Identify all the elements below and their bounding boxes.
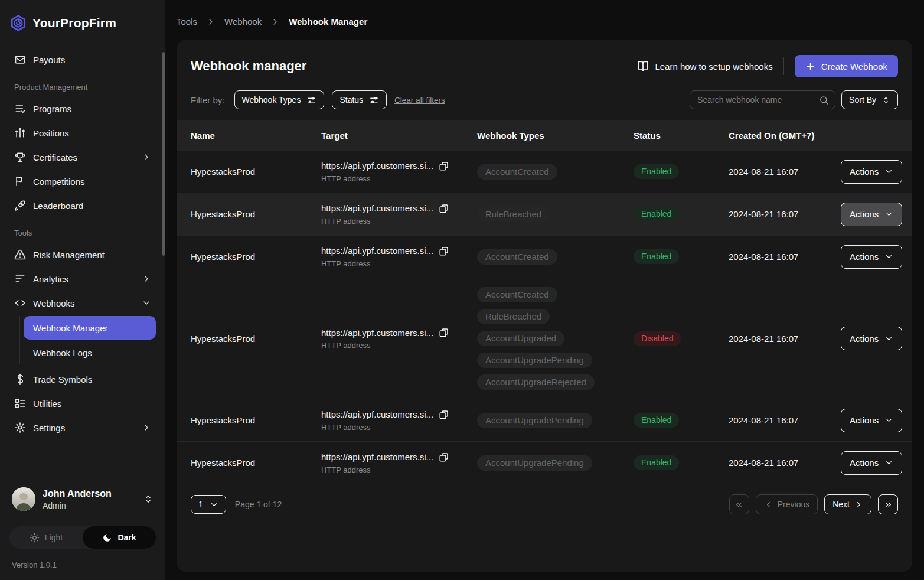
copy-icon[interactable] bbox=[439, 327, 449, 338]
sidebar-item-competitions[interactable]: Competitions bbox=[9, 170, 156, 193]
theme-light-label: Light bbox=[45, 533, 63, 542]
column-header-name: Name bbox=[177, 131, 321, 141]
webhook-type-badges: AccountCreated bbox=[477, 164, 626, 180]
last-page-button[interactable] bbox=[878, 494, 898, 514]
created-on-value: 2024-08-21 16:07 bbox=[729, 252, 841, 262]
webhook-target-url: https://api.ypf.customers.si... bbox=[321, 161, 433, 171]
theme-dark-button[interactable]: Dark bbox=[83, 526, 156, 549]
sidebar-item-webhooks[interactable]: Webhooks bbox=[9, 292, 156, 314]
status-filter-button[interactable]: Status bbox=[332, 90, 387, 109]
column-header-target: Target bbox=[321, 131, 477, 141]
sidebar-item-label: Webhooks bbox=[33, 298, 75, 308]
gear-icon bbox=[14, 422, 26, 434]
actions-label: Actions bbox=[850, 252, 879, 262]
sidebar-item-label: Certificates bbox=[33, 152, 77, 162]
breadcrumb-webhook[interactable]: Webhook bbox=[224, 17, 262, 27]
create-webhook-button[interactable]: Create Webhook bbox=[795, 55, 898, 77]
logo-hexagon-icon bbox=[9, 14, 27, 32]
chevron-right-icon bbox=[142, 423, 151, 432]
logo[interactable]: YourPropFirm bbox=[0, 0, 165, 41]
webhook-name: HypestacksProd bbox=[177, 415, 321, 425]
actions-label: Actions bbox=[850, 209, 879, 219]
sidebar-scrollbar[interactable] bbox=[162, 52, 165, 256]
sidebar-nav: PayoutsProduct ManagementProgramsPositio… bbox=[0, 41, 165, 441]
chevron-down-icon bbox=[884, 252, 893, 261]
search-icon[interactable] bbox=[819, 95, 829, 105]
previous-page-button[interactable]: Previous bbox=[756, 494, 818, 514]
copy-icon[interactable] bbox=[439, 246, 449, 256]
webhook-type-badges: AccountUpgradePending bbox=[477, 455, 626, 471]
actions-button[interactable]: Actions bbox=[841, 451, 902, 475]
chevron-down-icon bbox=[884, 458, 893, 467]
actions-button[interactable]: Actions bbox=[841, 409, 902, 432]
chevron-down-icon bbox=[210, 500, 218, 509]
chart-icon bbox=[14, 127, 26, 139]
table-body: HypestacksProdhttps://api.ypf.customers.… bbox=[177, 151, 912, 484]
created-on-value: 2024-08-21 16:07 bbox=[729, 209, 841, 219]
sidebar-section-label-product-management: Product Management bbox=[14, 83, 151, 92]
created-on-value: 2024-08-21 16:07 bbox=[729, 458, 841, 468]
webhook-type-badge: AccountUpgradeRejected bbox=[477, 374, 595, 390]
sidebar-item-payouts[interactable]: Payouts bbox=[9, 48, 156, 71]
sidebar-item-positions[interactable]: Positions bbox=[9, 122, 156, 144]
header-divider bbox=[783, 57, 784, 75]
copy-icon[interactable] bbox=[439, 452, 449, 462]
sort-by-button[interactable]: Sort By bbox=[841, 90, 898, 109]
chevron-left-icon bbox=[764, 500, 773, 509]
learn-webhooks-label: Learn how to setup webhooks bbox=[655, 61, 772, 71]
list-check-icon bbox=[14, 103, 26, 115]
status-badge: Enabled bbox=[634, 455, 679, 470]
webhook-types-filter-button[interactable]: Webhook Types bbox=[234, 90, 325, 109]
search-box bbox=[690, 90, 835, 109]
sidebar-item-utilities[interactable]: Utilities bbox=[9, 392, 156, 415]
chevron-down-icon bbox=[884, 334, 893, 343]
copy-icon[interactable] bbox=[439, 409, 449, 420]
sidebar-item-analytics[interactable]: Analytics bbox=[9, 268, 156, 290]
webhook-type-badge: AccountUpgraded bbox=[477, 331, 564, 346]
sidebar-item-webhook-logs[interactable]: Webhook Logs bbox=[24, 341, 156, 364]
theme-light-button[interactable]: Light bbox=[9, 526, 83, 549]
column-header-webhook-types: Webhook Types bbox=[477, 131, 634, 141]
analytics-icon bbox=[14, 273, 26, 285]
learn-webhooks-link[interactable]: Learn how to setup webhooks bbox=[637, 60, 772, 72]
actions-button[interactable]: Actions bbox=[841, 327, 902, 350]
table-row: HypestacksProdhttps://api.ypf.customers.… bbox=[177, 278, 912, 399]
sidebar-item-programs[interactable]: Programs bbox=[9, 97, 156, 120]
sidebar-item-label: Settings bbox=[33, 423, 65, 433]
actions-button[interactable]: Actions bbox=[841, 245, 902, 269]
breadcrumb-tools[interactable]: Tools bbox=[177, 17, 197, 27]
actions-button[interactable]: Actions bbox=[841, 160, 902, 184]
table-row: HypestacksProdhttps://api.ypf.customers.… bbox=[177, 399, 912, 442]
sidebar-item-certificates[interactable]: Certificates bbox=[9, 146, 156, 168]
copy-icon[interactable] bbox=[439, 161, 449, 171]
clear-all-filters-link[interactable]: Clear all filters bbox=[394, 96, 445, 105]
sun-icon bbox=[30, 533, 40, 543]
user-menu[interactable]: John Anderson Admin bbox=[9, 483, 156, 516]
version-label: Version 1.0.1 bbox=[9, 561, 156, 571]
copy-icon[interactable] bbox=[439, 203, 449, 214]
sidebar-item-settings[interactable]: Settings bbox=[9, 416, 156, 439]
code-icon bbox=[14, 297, 26, 309]
sidebar-item-leaderboard[interactable]: Leaderboard bbox=[9, 194, 156, 217]
sidebar-item-label: Payouts bbox=[33, 55, 65, 65]
page-number-select[interactable]: 1 bbox=[191, 495, 226, 514]
chevron-right-icon bbox=[270, 17, 280, 27]
webhook-type-badge: AccountCreated bbox=[477, 164, 557, 180]
chevrons-up-down-icon bbox=[143, 494, 154, 504]
sidebar-item-webhook-manager[interactable]: Webhook Manager bbox=[24, 316, 156, 340]
webhook-type-badge: AccountUpgradePending bbox=[477, 413, 592, 428]
first-page-button[interactable] bbox=[729, 494, 749, 514]
sidebar-item-trade-symbols[interactable]: Trade Symbols bbox=[9, 368, 156, 390]
user-name: John Anderson bbox=[43, 488, 112, 499]
flag-icon bbox=[14, 175, 26, 187]
webhook-name: HypestacksProd bbox=[177, 334, 321, 344]
search-input[interactable] bbox=[697, 95, 819, 105]
app-title: YourPropFirm bbox=[32, 16, 116, 30]
next-page-button[interactable]: Next bbox=[824, 494, 871, 514]
webhook-type-badge: AccountCreated bbox=[477, 287, 557, 302]
sidebar-item-risk-management[interactable]: Risk Management bbox=[9, 243, 156, 266]
table-row: HypestacksProdhttps://api.ypf.customers.… bbox=[177, 193, 912, 236]
webhook-target-url: https://api.ypf.customers.si... bbox=[321, 409, 433, 419]
page-title: Webhook manager bbox=[191, 58, 306, 74]
actions-button[interactable]: Actions bbox=[841, 203, 902, 226]
